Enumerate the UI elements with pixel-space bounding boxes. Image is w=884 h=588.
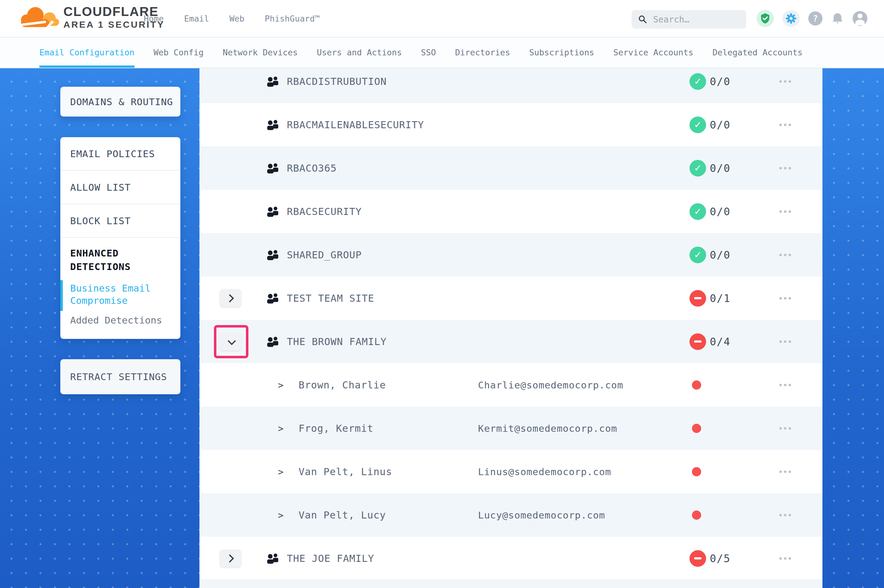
row-actions-button[interactable] xyxy=(779,427,791,430)
check-icon: ✓ xyxy=(694,163,702,174)
collapse-button-the-brown-family[interactable] xyxy=(219,333,242,351)
shield-check-icon xyxy=(760,13,770,24)
added-detections-label: Added Detections xyxy=(70,315,162,326)
member-chevron-icon[interactable]: > xyxy=(278,466,284,477)
member-name: Frog, Kermit xyxy=(299,423,373,434)
top-nav-phishguard[interactable]: PhishGuard™ xyxy=(265,14,320,23)
top-header: CLOUDFLARE AREA 1 SECURITY HomeEmailWebP… xyxy=(0,0,884,38)
top-nav-email[interactable]: Email xyxy=(184,14,209,23)
row-actions-button[interactable] xyxy=(779,297,791,300)
page: CLOUDFLARE AREA 1 SECURITY HomeEmailWebP… xyxy=(0,0,884,588)
member-chevron-icon[interactable]: > xyxy=(278,423,284,434)
search-input[interactable] xyxy=(652,14,734,25)
allow-list-label: ALLOW LIST xyxy=(70,182,131,193)
member-count: 0/1 xyxy=(710,292,731,304)
header-icon-cluster: ? xyxy=(756,0,867,37)
member-count: 0/0 xyxy=(710,75,731,88)
tab-email-configuration[interactable]: Email Configuration xyxy=(39,37,134,68)
sidebar-item-domains-routing[interactable]: DOMAINS & ROUTING xyxy=(60,87,180,117)
settings-button[interactable] xyxy=(782,10,800,27)
sidebar-item-added-detections[interactable]: Added Detections xyxy=(70,315,170,326)
group-name: SHARED_GROUP xyxy=(287,249,362,261)
status-blocked-badge xyxy=(690,550,706,567)
people-group-icon xyxy=(266,249,280,261)
tab-directories[interactable]: Directories xyxy=(455,37,510,68)
member-email: Lucy@somedemocorp.com xyxy=(478,510,605,520)
security-status-button[interactable] xyxy=(756,10,774,27)
member-email: Kermit@somedemocorp.com xyxy=(478,423,617,434)
row-actions-button[interactable] xyxy=(779,254,791,256)
tab-network-devices[interactable]: Network Devices xyxy=(223,37,298,68)
tab-users-and-actions[interactable]: Users and Actions xyxy=(317,37,402,68)
tab-sso[interactable]: SSO xyxy=(421,37,436,68)
help-icon[interactable]: ? xyxy=(808,11,822,26)
status-check-badge: ✓ xyxy=(690,160,706,177)
group-name: RBACO365 xyxy=(287,162,337,174)
table-row-member-frog-kermit: >Frog, KermitKermit@somedemocorp.com xyxy=(200,406,822,450)
row-actions-button[interactable] xyxy=(779,167,791,170)
sidebar-item-email-policies[interactable]: EMAIL POLICIES xyxy=(60,137,180,170)
domains-routing-label: DOMAINS & ROUTING xyxy=(70,96,173,107)
group-name: RBACSECURITY xyxy=(287,206,362,218)
status-blocked-badge xyxy=(690,333,706,350)
sidebar-item-block-list[interactable]: BLOCK LIST xyxy=(60,204,180,237)
tab-subscriptions[interactable]: Subscriptions xyxy=(529,37,594,68)
status-alert-dot xyxy=(692,380,701,390)
search-box[interactable] xyxy=(631,10,746,28)
table-row-group-rbacdistrubution: RBACDISTRUBUTION✓0/0 xyxy=(200,68,822,103)
row-actions-button[interactable] xyxy=(779,514,791,516)
top-nav-home[interactable]: Home xyxy=(144,14,164,23)
table-row-member-brown-charlie: >Brown, CharlieCharlie@somedemocorp.com xyxy=(200,363,822,406)
status-alert-dot xyxy=(692,467,701,476)
avatar[interactable] xyxy=(852,11,867,26)
check-icon: ✓ xyxy=(694,119,702,130)
table-row-member-van-pelt-linus: >Van Pelt, LinusLinus@somedemocorp.com xyxy=(200,450,822,493)
people-group-icon xyxy=(266,206,280,217)
table-row-group-rbacmailenablesecurity: RBACMAILENABLESECURITY✓0/0 xyxy=(200,103,822,146)
gear-icon xyxy=(785,13,797,24)
member-count: 0/5 xyxy=(710,552,731,565)
search-icon xyxy=(638,15,647,24)
brand-logo[interactable]: CLOUDFLARE AREA 1 SECURITY xyxy=(18,4,165,30)
people-group-icon xyxy=(266,336,280,347)
bell-icon[interactable] xyxy=(831,12,844,25)
row-actions-button[interactable] xyxy=(779,124,791,126)
row-actions-button[interactable] xyxy=(779,210,791,213)
top-nav-web[interactable]: Web xyxy=(229,14,244,23)
expand-button-test-team-site[interactable] xyxy=(219,289,242,307)
row-actions-button[interactable] xyxy=(779,80,791,83)
status-blocked-badge xyxy=(690,290,706,307)
member-count: 0/4 xyxy=(710,336,731,348)
member-name: Van Pelt, Lucy xyxy=(299,509,386,521)
member-chevron-icon[interactable]: > xyxy=(278,380,284,390)
business-email-compromise-label: Business Email Compromise xyxy=(70,283,150,306)
sidebar-item-retract-settings[interactable]: RETRACT SETTINGS xyxy=(60,359,180,394)
member-count: 0/0 xyxy=(710,249,731,261)
expand-button-the-joe-family[interactable] xyxy=(219,549,242,567)
member-count: 0/0 xyxy=(710,206,731,218)
row-actions-button[interactable] xyxy=(779,557,791,560)
table-row-group-shared-group: SHARED_GROUP✓0/0 xyxy=(200,233,822,276)
groups-table: RBACDISTRUBUTION✓0/0RBACMAILENABLESECURI… xyxy=(200,68,822,588)
status-alert-dot xyxy=(692,510,701,520)
member-count: 0/0 xyxy=(710,119,731,131)
people-group-icon xyxy=(266,293,280,304)
active-item-bar xyxy=(60,280,63,311)
row-actions-button[interactable] xyxy=(779,471,791,473)
tab-delegated-accounts[interactable]: Delegated Accounts xyxy=(713,37,803,68)
row-actions-button[interactable] xyxy=(779,384,791,386)
sidebar-item-business-email-compromise[interactable]: Business Email Compromise xyxy=(70,282,162,307)
member-chevron-icon[interactable]: > xyxy=(278,510,284,520)
tab-web-config[interactable]: Web Config xyxy=(153,37,204,68)
row-actions-button[interactable] xyxy=(779,340,791,343)
section-tabs-bar: Email ConfigurationWeb ConfigNetwork Dev… xyxy=(0,37,884,68)
minus-icon xyxy=(694,297,702,299)
sidebar-item-allow-list[interactable]: ALLOW LIST xyxy=(60,171,180,204)
table-row-group-test-team-site: TEST TEAM SITE0/1 xyxy=(200,276,822,320)
group-name: RBACMAILENABLESECURITY xyxy=(287,119,424,131)
check-icon: ✓ xyxy=(694,76,702,87)
group-name: RBACDISTRUBUTION xyxy=(287,76,386,87)
group-name: THE JOE FAMILY xyxy=(287,553,374,564)
people-group-icon xyxy=(266,76,280,87)
tab-service-accounts[interactable]: Service Accounts xyxy=(613,37,693,68)
